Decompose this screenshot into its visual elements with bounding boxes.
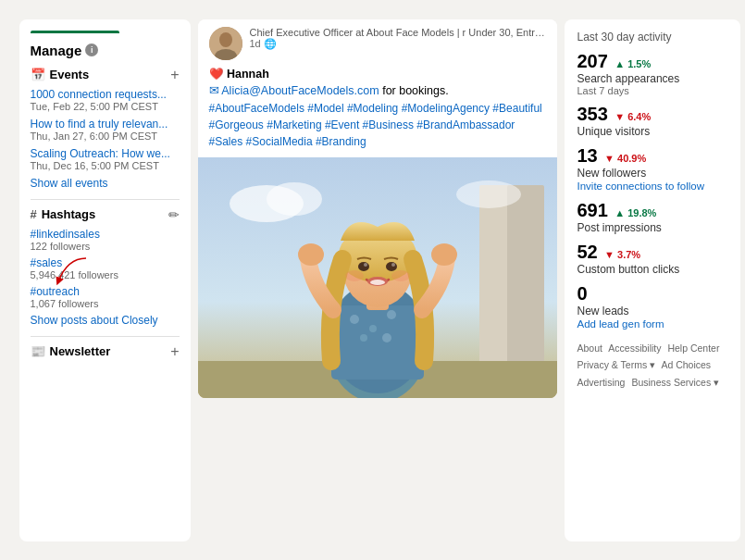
accessibility-link[interactable]: Accessibility <box>608 342 661 354</box>
stat-block-impressions: 691 ▲ 19.8% Post impressions <box>577 200 727 234</box>
post-body: ❤️ Hannah ✉ Alicia@AboutFaceModels.com f… <box>198 66 557 158</box>
globe-icon: 🌐 <box>264 38 277 50</box>
invite-connections-link[interactable]: Invite connections to follow <box>577 180 704 192</box>
hashtag-item-3[interactable]: #outreach 1,067 followers <box>31 285 180 309</box>
post-image-svg <box>198 157 557 398</box>
svg-point-27 <box>298 243 324 266</box>
hashtag-name-3: #outreach <box>31 285 180 298</box>
stat-number-leads: 0 <box>577 283 727 305</box>
manage-label: Manage <box>31 43 82 58</box>
svg-point-28 <box>431 243 457 266</box>
avatar <box>209 27 242 60</box>
post-email-link[interactable]: ✉ Alicia@AboutFaceModels.com <box>209 84 379 97</box>
svg-point-15 <box>382 333 391 342</box>
event-item-2[interactable]: How to find a truly relevan... Thu, Jan … <box>31 118 180 142</box>
svg-point-11 <box>350 315 359 324</box>
stat-block-visitors: 353 ▼ 6.4% Unique visitors <box>577 104 727 138</box>
svg-point-2 <box>219 32 232 47</box>
about-link[interactable]: About <box>577 342 602 354</box>
event-title-3: Scaling Outreach: How we... <box>31 147 179 160</box>
stat-block-button-clicks: 52 ▼ 3.7% Custom button clicks <box>577 242 727 276</box>
svg-point-21 <box>364 263 367 267</box>
right-sidebar: Last 30 day activity 207 ▲ 1.5% Search a… <box>565 19 740 541</box>
info-icon[interactable]: i <box>85 44 98 56</box>
divider-2 <box>31 336 180 337</box>
add-event-button[interactable]: + <box>170 68 179 82</box>
post-greeting: ❤️ Hannah <box>209 66 546 83</box>
post-card: Chief Executive Officer at About Face Mo… <box>198 19 557 399</box>
left-sidebar: Manage i 📅 Events + 1000 connection requ… <box>19 19 191 541</box>
event-title-2: How to find a truly relevan... <box>31 118 179 131</box>
svg-point-13 <box>387 310 396 319</box>
svg-point-12 <box>369 325 377 332</box>
help-center-link[interactable]: Help Center <box>667 342 719 354</box>
hashtags-section: # Hashtags ✏ #linkedinsales 122 follower… <box>31 207 180 327</box>
show-all-events-link[interactable]: Show all events <box>31 177 180 190</box>
svg-point-31 <box>456 180 521 208</box>
green-bar <box>31 31 120 33</box>
events-title: 📅 Events <box>31 68 90 81</box>
post-email-line: ✉ Alicia@AboutFaceModels.com for booking… <box>209 82 546 100</box>
post-header: Chief Executive Officer at About Face Mo… <box>198 19 557 66</box>
stat-block-search: 207 ▲ 1.5% Search appearances Last 7 day… <box>577 51 727 96</box>
activity-title: Last 30 day activity <box>577 31 727 44</box>
post-image <box>198 157 557 398</box>
add-newsletter-button[interactable]: + <box>170 344 179 359</box>
svg-point-25 <box>345 270 364 281</box>
svg-point-14 <box>360 334 367 342</box>
calendar-icon: 📅 <box>31 68 45 81</box>
edit-hashtags-icon[interactable]: ✏ <box>168 207 180 222</box>
svg-point-20 <box>386 262 397 271</box>
hashtag-item-2[interactable]: #sales 5,946,421 followers <box>31 256 180 280</box>
divider-1 <box>31 199 180 200</box>
hashtag-followers-3: 1,067 followers <box>31 298 180 309</box>
stat-number-followers: 13 ▼ 40.9% <box>577 145 727 167</box>
show-posts-link[interactable]: Show posts about Closely <box>31 314 180 327</box>
hashtag-name-1: #linkedinsales <box>31 228 180 241</box>
post-hashtags: #AboutFaceModels #Model #Modeling #Model… <box>209 100 546 150</box>
privacy-link[interactable]: Privacy & Terms ▾ <box>577 359 656 370</box>
hashtag-item-1[interactable]: #linkedinsales 122 followers <box>31 228 180 252</box>
heart-icon: ❤️ <box>209 68 224 81</box>
advertising-link[interactable]: Advertising <box>577 377 626 388</box>
svg-point-22 <box>391 263 395 267</box>
newsletter-title: 📰 Newsletter <box>31 344 111 358</box>
hashtags-section-header: # Hashtags ✏ <box>31 207 180 222</box>
footer-links: About Accessibility Help Center Privacy … <box>577 340 727 392</box>
center-column: Chief Executive Officer at About Face Mo… <box>198 19 557 541</box>
stat-block-followers: 13 ▼ 40.9% New followers Invite connecti… <box>577 145 727 193</box>
events-section-header: 📅 Events + <box>31 68 180 82</box>
svg-point-24 <box>370 280 385 285</box>
svg-point-19 <box>358 262 369 271</box>
svg-point-26 <box>391 270 410 281</box>
event-date-2: Thu, Jan 27, 6:00 PM CEST <box>31 131 180 142</box>
event-date-3: Thu, Dec 16, 5:00 PM CEST <box>31 160 180 171</box>
newsletter-section-header: 📰 Newsletter + <box>31 344 180 359</box>
svg-rect-10 <box>331 305 424 380</box>
event-item-3[interactable]: Scaling Outreach: How we... Thu, Dec 16,… <box>31 147 180 171</box>
main-container: Manage i 📅 Events + 1000 connection requ… <box>12 12 734 549</box>
stat-number-search: 207 ▲ 1.5% <box>577 51 727 72</box>
event-title-1: 1000 connection requests... <box>31 88 179 101</box>
newsletter-section: 📰 Newsletter + <box>31 344 180 359</box>
add-lead-gen-link[interactable]: Add lead gen form <box>577 318 664 330</box>
stat-number-clicks: 52 ▼ 3.7% <box>577 242 727 263</box>
stat-number-visitors: 353 ▼ 6.4% <box>577 104 727 125</box>
ad-choices-link[interactable]: Ad Choices <box>661 359 711 370</box>
hashtag-followers-2: 5,946,421 followers <box>31 269 180 280</box>
stat-number-impressions: 691 ▲ 19.8% <box>577 200 727 221</box>
hashtags-title: # Hashtags <box>31 207 96 221</box>
business-services-link[interactable]: Business Services ▾ <box>631 377 719 388</box>
hashtag-icon: # <box>31 207 37 221</box>
post-time: 1d 🌐 <box>250 38 546 50</box>
post-meta: Chief Executive Officer at About Face Mo… <box>250 27 546 50</box>
hashtag-followers-1: 122 followers <box>31 241 180 252</box>
manage-section-header: Manage i <box>31 43 180 58</box>
svg-point-30 <box>267 182 322 216</box>
newsletter-icon: 📰 <box>31 344 45 358</box>
post-name: Hannah <box>227 68 269 81</box>
event-item-1[interactable]: 1000 connection requests... Tue, Feb 22,… <box>31 88 180 112</box>
post-author-line: Chief Executive Officer at About Face Mo… <box>250 27 546 38</box>
hashtag-name-2: #sales <box>31 256 180 269</box>
event-date-1: Tue, Feb 22, 5:00 PM CEST <box>31 101 180 112</box>
